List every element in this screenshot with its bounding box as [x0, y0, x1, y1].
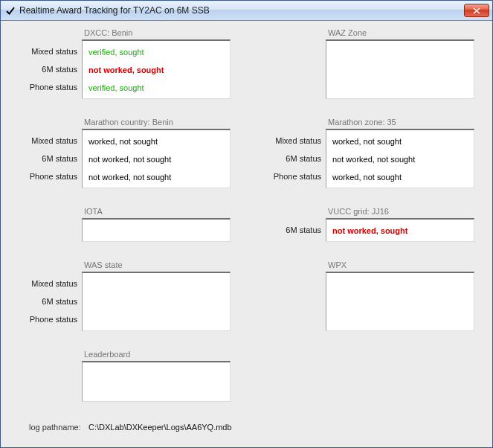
dxcc-phone-label: Phone status — [18, 83, 77, 92]
log-pathname-label: log pathname: — [29, 423, 81, 432]
dxcc-box: verified, sought not worked, sought veri… — [82, 39, 231, 99]
marathon-zone-6m-value: not worked, not sought — [332, 155, 415, 164]
marathon-zone-box: worked, not sought not worked, not sough… — [326, 129, 474, 188]
dxcc-header: DXCC: Benin — [84, 28, 132, 37]
was-phone-label: Phone status — [18, 315, 77, 324]
marathon-country-header: Marathon country: Benin — [84, 118, 173, 127]
iota-header: IOTA — [84, 207, 103, 216]
log-pathname-value: C:\DXLab\DXKeeper\Logs\AA6YQ.mdb — [88, 423, 232, 432]
app-icon — [5, 5, 16, 16]
wpx-box — [326, 272, 474, 331]
vucc-6m-label: 6M status — [262, 225, 321, 234]
window-frame: Realtime Award Tracking for TY2AC on 6M … — [0, 0, 493, 448]
marathon-zone-phone-label: Phone status — [262, 172, 321, 181]
marathon-zone-header: Marathon zone: 35 — [328, 118, 396, 127]
vucc-header: VUCC grid: JJ16 — [328, 207, 389, 216]
dxcc-mixed-label: Mixed status — [18, 47, 77, 56]
marathon-zone-mixed-label: Mixed status — [262, 136, 321, 145]
waz-header: WAZ Zone — [328, 28, 367, 37]
marathon-zone-6m-label: 6M status — [262, 154, 321, 163]
close-icon — [473, 7, 480, 14]
marathon-country-6m-label: 6M status — [18, 154, 77, 163]
wpx-header: WPX — [328, 260, 347, 269]
marathon-country-phone-label: Phone status — [18, 172, 77, 181]
was-6m-label: 6M status — [18, 297, 77, 306]
marathon-zone-phone-value: worked, not sought — [332, 173, 402, 182]
dxcc-6m-value: not worked, sought — [88, 65, 164, 74]
window-title: Realtime Award Tracking for TY2AC on 6M … — [19, 5, 464, 16]
close-button[interactable] — [464, 4, 489, 17]
waz-box — [326, 39, 474, 99]
client-area: DXCC: Benin verified, sought not worked,… — [1, 21, 492, 447]
marathon-country-mixed-value: worked, not sought — [88, 137, 158, 146]
dxcc-mixed-value: verified, sought — [88, 48, 144, 57]
leaderboard-box — [82, 361, 231, 402]
marathon-country-6m-value: not worked, not sought — [88, 155, 171, 164]
marathon-zone-mixed-value: worked, not sought — [332, 137, 402, 146]
dxcc-phone-value: verified, sought — [88, 83, 144, 92]
was-mixed-label: Mixed status — [18, 279, 77, 288]
vucc-6m-value: not worked, sought — [332, 226, 407, 235]
titlebar: Realtime Award Tracking for TY2AC on 6M … — [1, 1, 492, 21]
vucc-box: not worked, sought — [326, 218, 474, 242]
marathon-country-phone-value: not worked, not sought — [88, 173, 171, 182]
marathon-country-box: worked, not sought not worked, not sough… — [82, 129, 231, 188]
leaderboard-header: Leaderboard — [84, 350, 130, 359]
dxcc-6m-label: 6M status — [18, 65, 77, 74]
iota-box — [82, 218, 231, 242]
was-header: WAS state — [84, 260, 123, 269]
marathon-country-mixed-label: Mixed status — [18, 136, 77, 145]
was-box — [82, 272, 231, 331]
